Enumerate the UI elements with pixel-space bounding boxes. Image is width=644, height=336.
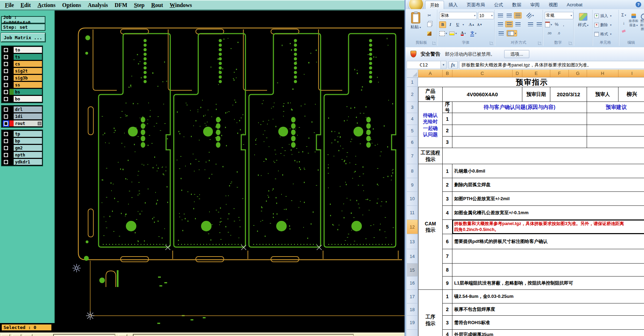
alert-button[interactable]: ! xyxy=(118,334,127,336)
percent-button[interactable]: % xyxy=(553,21,560,28)
dropdown-arrow-icon[interactable]: ▾ xyxy=(463,23,464,26)
clear-button[interactable] xyxy=(620,28,628,34)
confirm-section-label-cell[interactable]: 待确认 光绘时 一起确 认问题 xyxy=(418,102,443,148)
layer-checkbox[interactable] xyxy=(4,107,8,112)
cam-row-content[interactable]: 孔铜最小0.8mil xyxy=(452,164,644,178)
cam-row-content[interactable] xyxy=(452,249,644,264)
fill-button[interactable]: ↓ xyxy=(620,20,628,26)
accounting-format-button[interactable]: ▾ xyxy=(545,21,552,28)
layer-color-swatch[interactable] xyxy=(9,54,14,60)
layer-color-swatch[interactable] xyxy=(9,89,14,95)
increase-indent-button[interactable] xyxy=(535,21,543,27)
seq-label-cell[interactable]: 序号 xyxy=(443,102,452,113)
select-mode-button[interactable]: ↖ xyxy=(1,334,10,336)
borders-button[interactable]: ▾ xyxy=(439,30,448,37)
layer-name[interactable]: gm2 xyxy=(14,145,42,151)
cam-row-content[interactable]: 需要提供pdf格式的拼板尺寸标注图给客户确认 xyxy=(452,234,644,249)
cut-button[interactable]: ✂ xyxy=(425,12,434,19)
confirm-row-number[interactable]: 3 xyxy=(443,136,452,148)
row-header-6[interactable]: 6 xyxy=(407,136,418,148)
security-options-button[interactable]: 选项... xyxy=(504,50,529,58)
product-code-cell[interactable]: 4V0060X4A0 xyxy=(443,87,522,102)
copy-button[interactable] xyxy=(425,21,434,28)
ribbon-tab-开始[interactable]: 开始 xyxy=(425,1,444,9)
wrap-text-button[interactable] xyxy=(496,30,506,36)
row-header-3[interactable]: 3 xyxy=(407,102,418,113)
column-header-F[interactable]: F xyxy=(550,70,569,77)
insert-function-button[interactable]: fx xyxy=(449,61,458,69)
confirm-row-advice[interactable] xyxy=(587,136,644,148)
row-header-11[interactable]: 11 xyxy=(407,206,418,220)
merge-center-button[interactable]: ▾ xyxy=(507,30,517,36)
layer-row-npth[interactable]: npth xyxy=(2,152,42,158)
cam-row-number[interactable]: 2 xyxy=(443,178,452,192)
draw-mode-button[interactable]: ✎ xyxy=(12,334,21,336)
font-size-select[interactable]: 10▾ xyxy=(478,12,494,19)
layer-color-swatch[interactable] xyxy=(9,47,14,53)
cam-row-number[interactable]: 6 xyxy=(443,234,452,249)
layer-name[interactable]: bo xyxy=(14,96,42,102)
italic-button[interactable]: I xyxy=(447,21,453,28)
decrease-decimal-button[interactable]: .0 xyxy=(555,30,563,36)
menu-step[interactable]: Step xyxy=(134,2,144,8)
confirm-row-number[interactable]: 1 xyxy=(443,113,452,125)
ribbon-tab-Acrobat[interactable]: Acrobat xyxy=(562,1,587,9)
layer-color-swatch[interactable] xyxy=(9,82,14,88)
reviewer-cell[interactable]: 柳兴 xyxy=(618,87,644,102)
ribbon-tab-公式[interactable]: 公式 xyxy=(489,1,508,9)
column-header-G[interactable]: G xyxy=(569,70,587,77)
confirm-row-content[interactable] xyxy=(452,113,587,125)
confirm-row-content[interactable] xyxy=(452,136,587,148)
row-header-15[interactable]: 15 xyxy=(407,264,418,276)
layer-row-cs[interactable]: cs xyxy=(2,61,42,67)
confirm-row-advice[interactable] xyxy=(587,125,644,136)
bold-button[interactable]: B xyxy=(439,21,446,28)
layer-row-drl[interactable]: drl xyxy=(2,106,42,113)
layer-checkbox[interactable] xyxy=(4,121,8,126)
layer-name[interactable]: cs xyxy=(14,61,42,67)
layer-name[interactable]: ydkdr1 xyxy=(14,159,42,165)
ribbon-tab-视图[interactable]: 视图 xyxy=(544,1,562,9)
number-format-select[interactable]: 常规▾ xyxy=(545,12,573,19)
layer-row-ydkdr1[interactable]: ydkdr1 xyxy=(2,159,42,165)
row-header-20[interactable]: 20 xyxy=(407,330,418,336)
menu-file[interactable]: File xyxy=(5,2,14,8)
layer-color-swatch[interactable] xyxy=(9,113,14,119)
menu-analysis[interactable]: Analysis xyxy=(88,2,108,8)
layer-color-swatch[interactable] xyxy=(9,138,14,144)
layer-name[interactable]: bs xyxy=(14,89,42,95)
ribbon-tab-页面布局[interactable]: 页面布局 xyxy=(462,1,489,9)
menu-actions[interactable]: Actions xyxy=(37,2,56,8)
fill-color-button[interactable]: ▾ xyxy=(449,30,458,37)
cam-row-content[interactable]: 删除内层孤立焊盘 xyxy=(452,178,644,192)
cam-row-number[interactable]: 5 xyxy=(443,220,452,234)
dialog-launcher-icon[interactable] xyxy=(538,41,542,45)
process-row-number[interactable]: 1 xyxy=(443,290,452,303)
shrink-font-button[interactable]: A▼ xyxy=(476,21,483,28)
advice-header-cell[interactable]: 预审建议 xyxy=(587,102,644,113)
column-header-A[interactable]: A xyxy=(418,70,443,77)
layer-color-swatch[interactable] xyxy=(9,120,14,126)
comma-button[interactable]: , xyxy=(561,21,566,28)
process-row-content[interactable]: 镍2.54-8um，金0.03-0.25um xyxy=(452,290,644,303)
column-header-H[interactable]: H xyxy=(587,70,618,77)
column-header-D[interactable]: D xyxy=(513,70,522,77)
align-right-button[interactable] xyxy=(514,21,522,27)
layer-checkbox[interactable] xyxy=(4,62,8,66)
panel-mode-button[interactable]: ▥ xyxy=(23,334,33,336)
sort-filter-button[interactable]: 排序和筛选▾ xyxy=(628,12,639,37)
cam-row-number[interactable]: 8 xyxy=(443,264,452,276)
dialog-launcher-icon[interactable] xyxy=(569,41,572,45)
cam-row-content[interactable] xyxy=(452,264,644,276)
layer-checkbox[interactable] xyxy=(4,132,8,136)
font-name-select[interactable]: 宋体▾ xyxy=(439,12,477,19)
layer-color-swatch[interactable] xyxy=(9,75,14,81)
process-flow-label-cell[interactable]: 工艺流程 指示 xyxy=(418,148,443,164)
styles-button[interactable]: 样式▾ xyxy=(575,11,592,40)
row-header-5[interactable]: 5 xyxy=(407,125,418,136)
cam-row-number[interactable]: 7 xyxy=(443,249,452,264)
format-cells-button[interactable]: 格式▾ xyxy=(594,31,611,37)
confirm-row-advice[interactable] xyxy=(587,113,644,125)
align-left-button[interactable] xyxy=(496,21,504,27)
align-center-button[interactable] xyxy=(505,21,513,27)
